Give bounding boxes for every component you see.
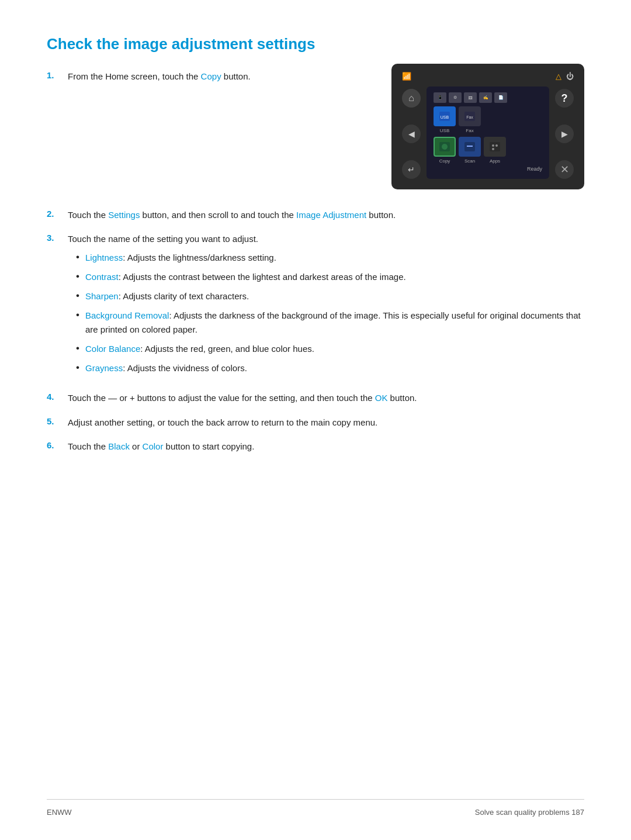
mini-icon-1: 📱	[434, 92, 446, 103]
screen-right-controls: ? ▶ ✕	[549, 87, 574, 179]
printer-screen: 📶 △ ⏻ ⌂ ◀ ↵ 📱 ⚙	[391, 64, 584, 189]
bullet-color-balance: • Color Balance: Adjusts the red, green,…	[76, 342, 584, 355]
step-4-ok-link[interactable]: OK	[375, 393, 388, 403]
step-3-number: 3.	[47, 232, 68, 243]
app-icons-row: USB USB Fax Fax	[434, 106, 542, 133]
step-1-row: 1. From the Home screen, touch the Copy …	[47, 70, 584, 189]
arrow-left-button[interactable]: ◀	[402, 125, 421, 143]
bullet-dot-6: •	[76, 361, 85, 372]
page-title: Check the image adjustment settings	[47, 35, 584, 53]
svg-rect-8	[490, 142, 500, 151]
bullet-contrast-text: Contrast: Adjusts the contrast between t…	[85, 270, 406, 284]
screen-left-controls: ⌂ ◀ ↵	[402, 87, 427, 179]
svg-point-11	[492, 148, 494, 150]
warning-icon: △	[556, 72, 561, 81]
screen-display: 📱 ⚙ 🖼 ✍ 📄 USB USB	[427, 87, 549, 179]
step-2: 2. Touch the Settings button, and then s…	[47, 208, 584, 222]
color-balance-link[interactable]: Color Balance	[85, 344, 140, 354]
sharpen-link[interactable]: Sharpen	[85, 291, 119, 301]
step-2-content: Touch the Settings button, and then scro…	[68, 208, 584, 222]
step-5-content: Adjust another setting, or touch the bac…	[68, 416, 584, 429]
scan-label: Scan	[464, 158, 475, 164]
svg-point-10	[495, 144, 498, 147]
bullet-color-balance-text: Color Balance: Adjusts the red, green, a…	[85, 342, 314, 355]
step-3-content: Touch the name of the setting you want t…	[68, 232, 584, 381]
footer: ENWW Solve scan quality problems 187	[47, 799, 584, 817]
step-6-color-link[interactable]: Color	[143, 441, 164, 451]
fax-icon: Fax	[459, 106, 481, 126]
mini-icon-4: ✍	[479, 92, 492, 103]
footer-left: ENWW	[47, 808, 72, 817]
copy-app[interactable]: Copy	[434, 137, 456, 164]
wifi-icon: 📶	[402, 72, 411, 81]
bullet-background-removal: • Background Removal: Adjusts the darkne…	[76, 309, 584, 336]
step-1-content: 1. From the Home screen, touch the Copy …	[47, 70, 368, 94]
steps-section: 2. Touch the Settings button, and then s…	[47, 208, 584, 453]
step-1-copy-link[interactable]: Copy	[201, 71, 221, 81]
step-1-text-after: button.	[221, 71, 251, 81]
step-6-text-mid: or	[130, 441, 143, 451]
bullet-dot-5: •	[76, 342, 85, 353]
svg-rect-7	[467, 146, 473, 147]
ready-label: Ready	[434, 166, 542, 172]
step-1-text-before: From the Home screen, touch the	[68, 71, 201, 81]
step-5: 5. Adjust another setting, or touch the …	[47, 416, 584, 429]
usb-app[interactable]: USB USB	[434, 106, 456, 133]
apps-app[interactable]: Apps	[484, 137, 506, 164]
step-2-number: 2.	[47, 208, 68, 219]
scan-app[interactable]: Scan	[459, 137, 481, 164]
step-1-number: 1.	[47, 70, 68, 80]
step-4-content: Touch the — or + buttons to adjust the v…	[68, 391, 584, 405]
step-6-text-before: Touch the	[68, 441, 108, 451]
bottom-app-icons-row: Copy Scan Apps	[434, 137, 542, 164]
step-2-imageadj-link[interactable]: Image Adjustment	[296, 210, 366, 220]
step-2-text-mid: button, and then scroll to and touch the	[140, 210, 296, 220]
bullet-grayness: • Grayness: Adjusts the vividness of col…	[76, 361, 584, 375]
step-4-text-after: button.	[387, 393, 417, 403]
bullet-bg-removal-text: Background Removal: Adjusts the darkness…	[85, 309, 584, 336]
bullet-dot-4: •	[76, 309, 85, 320]
close-button[interactable]: ✕	[555, 160, 574, 179]
step-3-text: Touch the name of the setting you want t…	[68, 232, 584, 246]
step-1-text: From the Home screen, touch the Copy but…	[68, 70, 368, 83]
bullet-dot-2: •	[76, 270, 85, 281]
apps-label: Apps	[490, 158, 500, 164]
grayness-link[interactable]: Grayness	[85, 363, 123, 373]
step-6-text-after: button to start copying.	[163, 441, 254, 451]
lightness-link[interactable]: Lightness	[85, 253, 123, 262]
svg-point-9	[492, 144, 494, 147]
help-button[interactable]: ?	[555, 89, 574, 108]
step-2-text-after: button.	[366, 210, 396, 220]
bullet-lightness: • Lightness: Adjusts the lightness/darkn…	[76, 251, 584, 264]
back-button[interactable]: ↵	[402, 160, 421, 179]
scan-app-icon	[459, 137, 481, 157]
step-6-black-link[interactable]: Black	[108, 441, 130, 451]
step-4-number: 4.	[47, 391, 68, 402]
fax-app[interactable]: Fax Fax	[459, 106, 481, 133]
bullet-lightness-text: Lightness: Adjusts the lightness/darknes…	[85, 251, 276, 264]
printer-screen-container: 📶 △ ⏻ ⌂ ◀ ↵ 📱 ⚙	[391, 64, 584, 189]
arrow-right-button[interactable]: ▶	[555, 125, 574, 143]
footer-right: Solve scan quality problems 187	[475, 808, 584, 817]
step-6-content: Touch the Black or Color button to start…	[68, 440, 584, 453]
bullet-contrast: • Contrast: Adjusts the contrast between…	[76, 270, 584, 284]
mini-icon-5: 📄	[494, 92, 507, 103]
home-button[interactable]: ⌂	[402, 89, 421, 108]
screen-top-bar: 📶 △ ⏻	[402, 72, 574, 81]
step-4-text-before: Touch the — or + buttons to adjust the v…	[68, 393, 375, 403]
step-2-settings-link[interactable]: Settings	[108, 210, 140, 220]
background-removal-link[interactable]: Background Removal	[85, 310, 169, 320]
usb-icon: USB	[434, 106, 456, 126]
step-4: 4. Touch the — or + buttons to adjust th…	[47, 391, 584, 405]
step-6-number: 6.	[47, 440, 68, 450]
bullet-grayness-text: Grayness: Adjusts the vividness of color…	[85, 361, 247, 375]
apps-app-icon	[484, 137, 506, 157]
bullet-dot-3: •	[76, 289, 85, 300]
step-2-text-before: Touch the	[68, 210, 108, 220]
contrast-link[interactable]: Contrast	[85, 272, 119, 282]
svg-text:USB: USB	[441, 115, 449, 119]
bullet-list: • Lightness: Adjusts the lightness/darkn…	[76, 251, 584, 375]
mini-icon-2: ⚙	[449, 92, 462, 103]
usb-label: USB	[440, 128, 449, 133]
step-5-text: Adjust another setting, or touch the bac…	[68, 416, 584, 429]
